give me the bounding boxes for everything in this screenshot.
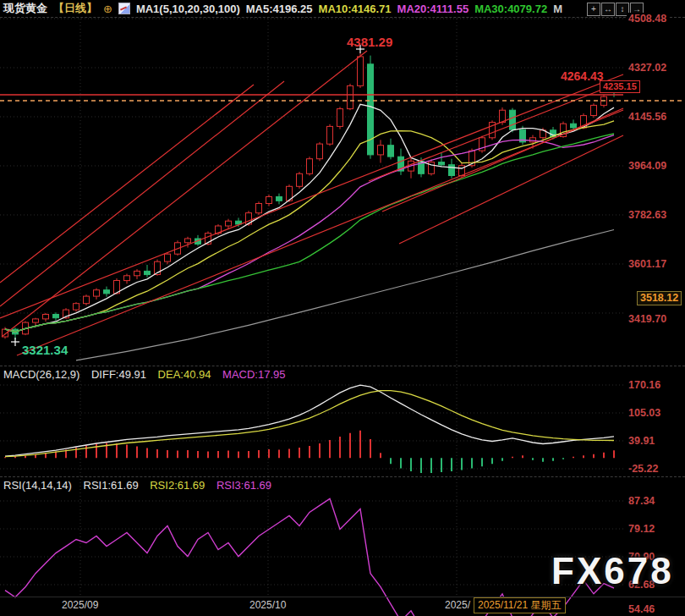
price-axis-label: 3419.70 xyxy=(627,313,668,325)
chart-application: 现货黄金 【日线】 ⊕ MA1(5,10,20,30,100) MA5:4196… xyxy=(0,0,685,616)
price-axis-label: 4327.02 xyxy=(627,62,668,74)
macd-axis-label: 105.03 xyxy=(627,407,662,419)
last-price-badge: 4235.15 xyxy=(600,80,640,93)
rsi3-value: RSI3:61.69 xyxy=(216,479,271,492)
macd-diff-value: DIFF:49.91 xyxy=(91,368,146,381)
pan-icon[interactable]: + xyxy=(587,3,600,16)
ma20-value: MA20:4111.55 xyxy=(397,3,469,15)
macd-panel-divider xyxy=(0,366,685,366)
ma5-value: MA5:4196.25 xyxy=(246,3,313,15)
top-bar: 现货黄金 【日线】 ⊕ MA1(5,10,20,30,100) MA5:4196… xyxy=(0,0,685,18)
time-axis-label: 2025/09 xyxy=(60,599,100,611)
rsi-header: RSI(14,14,14) RSI1:61.69 RSI2:61.69 RSI3… xyxy=(3,479,280,492)
alert-price-badge[interactable]: 3518.12 xyxy=(637,291,682,305)
price-axis-label: 3964.09 xyxy=(627,160,668,172)
macd-axis-label: -25.22 xyxy=(627,463,660,475)
time-axis-label: 2025/10 xyxy=(248,599,288,611)
low-price-annotation: 3321.34 xyxy=(22,343,68,357)
high-price-annotation: 4381.29 xyxy=(347,35,392,49)
crosshair-date-badge: 2025/11/21 星期五 xyxy=(474,597,566,613)
period-label[interactable]: 【日线】 xyxy=(53,1,97,16)
macd-axis-label: 170.16 xyxy=(627,379,662,391)
time-axis-label-partial: 2025/ xyxy=(443,599,472,611)
rsi-panel-divider xyxy=(0,476,685,477)
rsi2-value: RSI2:61.69 xyxy=(150,479,205,492)
price-axis-label: 4145.56 xyxy=(627,111,668,123)
rsi1-value: RSI1:61.69 xyxy=(84,479,139,492)
price-axis-label: 4508.48 xyxy=(627,13,668,25)
rsi-axis-label: 79.12 xyxy=(627,523,656,535)
macd-dea-value: DEA:40.94 xyxy=(158,368,211,381)
chart-canvas[interactable] xyxy=(0,0,685,616)
time-axis xyxy=(0,597,685,616)
rsi-axis-label: 87.34 xyxy=(627,495,656,507)
symbol-name: 现货黄金 xyxy=(3,1,47,16)
price-axis-label: 3782.63 xyxy=(627,209,668,221)
ma30-value: MA30:4079.72 xyxy=(474,3,547,15)
macd-axis-label: 39.91 xyxy=(627,435,656,447)
macd-macd-value: MACD:17.95 xyxy=(222,368,285,381)
resistance-level-annotation: 4264.43 xyxy=(561,69,604,83)
chart-type-icon[interactable] xyxy=(118,3,130,14)
ma10-value: MA10:4146.71 xyxy=(319,3,392,15)
ma100-value-truncated: M xyxy=(553,3,562,15)
x-axis-scale-icon[interactable]: ↔ xyxy=(601,3,615,16)
rsi-title[interactable]: RSI(14,14,14) xyxy=(3,479,72,492)
watermark: FX678 xyxy=(551,550,674,592)
ma-settings-label[interactable]: MA1(5,10,20,30,100) xyxy=(136,3,240,15)
add-indicator-icon[interactable]: ⊕ xyxy=(103,3,112,15)
macd-title[interactable]: MACD(26,12,9) xyxy=(3,368,79,381)
price-axis-label: 3601.17 xyxy=(627,258,668,270)
macd-header: MACD(26,12,9) DIFF:49.91 DEA:40.94 MACD:… xyxy=(3,368,294,381)
